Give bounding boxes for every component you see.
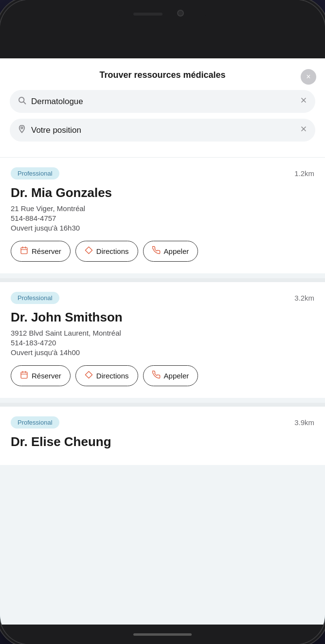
speaker: [133, 13, 162, 16]
card-1-badge: Professional: [11, 167, 59, 179]
header: Trouver ressources médicales × Dermatolo…: [0, 58, 325, 158]
close-button[interactable]: ×: [301, 69, 316, 85]
phone-frame: Trouver ressources médicales × Dermatolo…: [0, 0, 325, 644]
page-title: Trouver ressources médicales: [10, 70, 315, 80]
location-icon: [18, 125, 26, 136]
location-clear-icon[interactable]: [300, 125, 307, 135]
card-2-reserve-button[interactable]: Réserver: [11, 365, 71, 386]
card-1-hours: Ouvert jusqu'à 16h30: [11, 224, 314, 232]
search-icon: [18, 96, 26, 107]
search-clear-icon[interactable]: [300, 96, 307, 107]
card-3-distance: 3.9km: [294, 418, 314, 427]
search-input[interactable]: Dermatologue: [31, 97, 300, 107]
result-card-2: Professional 3.2km Dr. John Smithson 391…: [0, 282, 325, 398]
card-2-directions-label: Directions: [96, 372, 129, 380]
divider-1: [0, 278, 325, 282]
card-2-call-button[interactable]: Appeler: [143, 365, 199, 386]
card-1-directions-label: Directions: [96, 247, 129, 255]
svg-point-4: [21, 127, 23, 129]
svg-rect-11: [21, 372, 27, 378]
phone-bottom-bar: [0, 625, 325, 644]
card-1-call-label: Appeler: [164, 247, 189, 255]
card-1-distance: 1.2km: [294, 169, 314, 178]
phone-content: Trouver ressources médicales × Dermatolo…: [0, 58, 325, 625]
phone-top-bar: [0, 0, 325, 58]
card-1-reserve-button[interactable]: Réserver: [11, 241, 71, 262]
directions-icon: [85, 246, 93, 256]
notch: [119, 6, 206, 22]
card-1-directions-button[interactable]: Directions: [75, 241, 138, 262]
location-input[interactable]: Votre position: [31, 125, 300, 135]
svg-line-1: [23, 102, 25, 104]
card-2-distance: 3.2km: [294, 294, 314, 302]
card-3-badge: Professional: [11, 416, 59, 429]
card-2-address: 3912 Blvd Saint Laurent, Montréal: [11, 329, 314, 337]
card-2-directions-button[interactable]: Directions: [75, 365, 138, 386]
card-2-phone: 514-183-4720: [11, 339, 314, 347]
search-field-row[interactable]: Dermatologue: [10, 90, 315, 113]
card-2-reserve-label: Réserver: [32, 372, 61, 380]
card-1-reserve-label: Réserver: [32, 247, 61, 255]
home-indicator: [133, 633, 192, 636]
result-card-3: Professional 3.9km Dr. Elise Cheung: [0, 407, 325, 465]
results-list: Professional 1.2km Dr. Mia Gonzales 21 R…: [0, 158, 325, 465]
app-container: Trouver ressources médicales × Dermatolo…: [0, 58, 325, 625]
card-1-actions: Réserver Directions: [11, 241, 314, 262]
card-1-phone: 514-884-4757: [11, 214, 314, 222]
result-card-1: Professional 1.2km Dr. Mia Gonzales 21 R…: [0, 158, 325, 273]
phone-icon: [152, 246, 161, 256]
calendar-icon-2: [20, 371, 28, 381]
card-1-header: Professional 1.2km: [11, 167, 314, 179]
directions-icon-2: [85, 371, 93, 381]
card-2-header: Professional 3.2km: [11, 292, 314, 304]
calendar-icon: [20, 246, 28, 256]
card-1-address: 21 Rue Viger, Montréal: [11, 204, 314, 213]
card-2-name: Dr. John Smithson: [11, 310, 314, 325]
phone-icon-2: [152, 371, 161, 381]
card-1-name: Dr. Mia Gonzales: [11, 185, 314, 200]
card-2-call-label: Appeler: [164, 372, 189, 380]
card-2-actions: Réserver Directions: [11, 365, 314, 386]
location-field-row[interactable]: Votre position: [10, 119, 315, 142]
card-2-hours: Ouvert jusqu'à 14h00: [11, 348, 314, 357]
card-2-badge: Professional: [11, 292, 59, 304]
card-1-call-button[interactable]: Appeler: [143, 241, 199, 262]
front-camera: [177, 10, 184, 17]
svg-rect-7: [21, 248, 27, 254]
card-3-name: Dr. Elise Cheung: [11, 434, 314, 449]
card-3-header: Professional 3.9km: [11, 416, 314, 429]
divider-2: [0, 403, 325, 407]
